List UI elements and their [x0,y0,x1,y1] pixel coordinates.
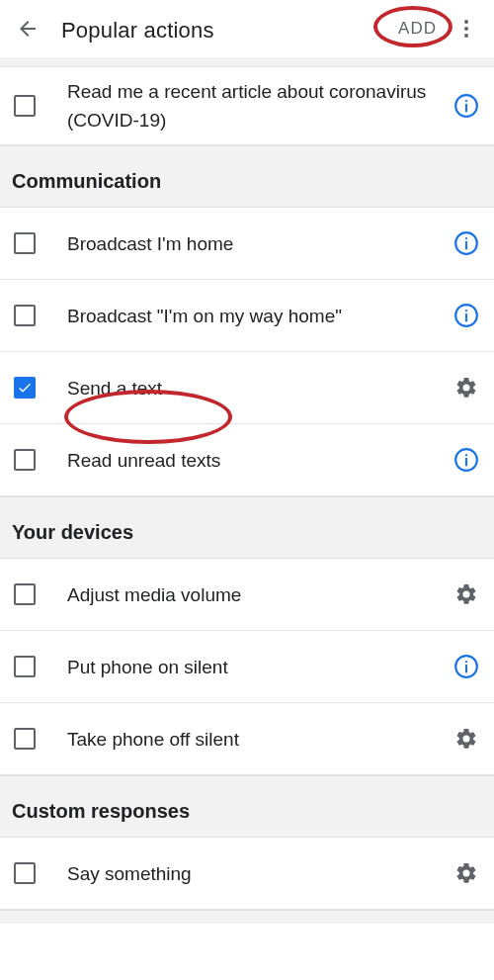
checkbox[interactable] [14,449,36,471]
settings-button[interactable] [443,849,490,897]
top-gap [0,57,494,67]
svg-point-8 [465,237,467,239]
more-vert-icon [454,17,478,41]
checkbox[interactable] [14,728,36,750]
list-item[interactable]: Take phone off silent [0,703,494,775]
section-communication: Communication [0,145,494,208]
back-button[interactable] [8,9,47,48]
gear-icon [454,582,478,606]
list-item[interactable]: Read unread texts [0,424,494,496]
checkbox[interactable] [14,305,36,326]
item-label: Take phone off silent [49,725,443,754]
info-icon [453,447,479,473]
back-arrow-icon [16,17,40,41]
checkbox[interactable] [14,862,36,884]
settings-button[interactable] [443,364,490,411]
item-label: Read unread texts [49,446,443,475]
list-item[interactable]: Broadcast I'm home [0,208,494,280]
section-custom: Custom responses [0,775,494,838]
svg-point-1 [464,27,468,31]
info-icon [453,303,479,328]
list-item[interactable]: Put phone on silent [0,631,494,703]
app-header: Popular actions ADD [0,0,494,57]
info-icon [453,93,479,119]
info-button[interactable] [443,643,490,690]
bottom-gap [0,910,494,924]
item-label: Broadcast I'm home [49,229,443,258]
svg-point-2 [464,34,468,38]
svg-point-11 [465,310,467,312]
checkbox[interactable] [14,232,36,254]
checkbox[interactable] [14,95,36,117]
section-devices: Your devices [0,496,494,559]
svg-point-0 [464,20,468,24]
svg-point-17 [465,661,467,663]
list-item[interactable]: Send a text [0,352,494,424]
settings-button[interactable] [443,571,490,618]
add-button[interactable]: ADD [388,19,447,39]
item-label: Say something [49,859,443,888]
gear-icon [454,727,478,751]
svg-point-5 [465,100,467,102]
svg-point-14 [465,454,467,456]
info-button[interactable] [443,436,490,484]
list-item[interactable]: Broadcast "I'm on my way home" [0,280,494,352]
item-label: Adjust media volume [49,580,443,609]
list-item[interactable]: Say something [0,838,494,910]
item-label: Put phone on silent [49,653,443,681]
settings-button[interactable] [443,715,490,762]
info-button[interactable] [443,292,490,339]
checkbox[interactable] [14,377,36,399]
info-button[interactable] [443,82,490,130]
gear-icon [454,861,478,885]
item-label: Send a text [49,374,443,402]
gear-icon [454,376,478,400]
more-button[interactable] [447,9,486,48]
item-label: Read me a recent article about coronavir… [49,77,443,134]
page-title: Popular actions [61,18,388,44]
list-item[interactable]: Read me a recent article about coronavir… [0,67,494,145]
info-icon [453,230,479,256]
list-item[interactable]: Adjust media volume [0,559,494,631]
item-label: Broadcast "I'm on my way home" [49,302,443,330]
info-icon [453,654,479,679]
checkbox[interactable] [14,583,36,605]
checkbox[interactable] [14,656,36,677]
info-button[interactable] [443,220,490,267]
